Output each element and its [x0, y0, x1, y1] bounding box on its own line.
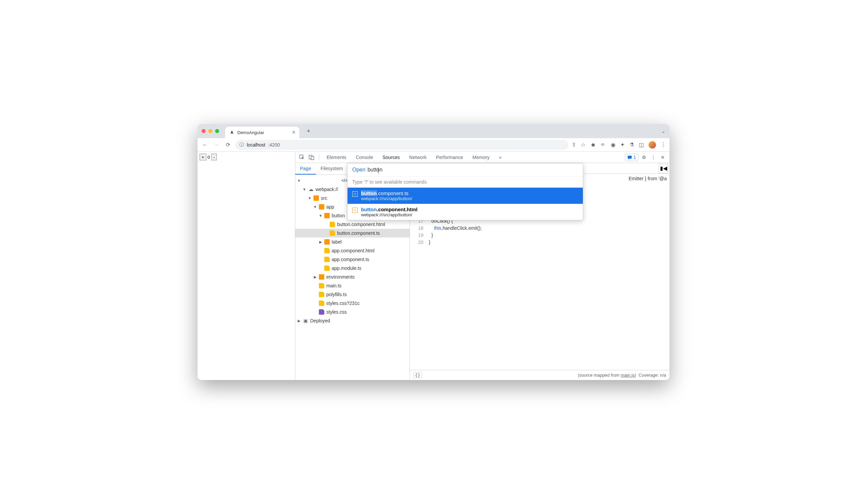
tree-deployed[interactable]: ▶▣Deployed: [295, 316, 409, 325]
minimize-window-icon[interactable]: [208, 129, 212, 133]
inspect-element-icon[interactable]: [298, 153, 306, 161]
rendered-page: + 0 -: [197, 152, 295, 380]
coverage-label: Coverage: n/a: [639, 373, 666, 378]
sidepanel-icon[interactable]: ◫: [639, 142, 644, 148]
decrement-button[interactable]: -: [211, 154, 217, 160]
issues-button[interactable]: 1: [625, 154, 639, 161]
toggle-debugger-icon[interactable]: ▮◀: [659, 164, 668, 173]
settings-icon[interactable]: ⚙: [640, 153, 648, 161]
file-icon: [319, 292, 324, 297]
devtools-menu-icon[interactable]: ⋮: [649, 153, 657, 161]
browser-tab[interactable]: A DemoAngular ×: [225, 127, 299, 138]
device-toolbar-icon[interactable]: [308, 153, 315, 161]
file-result-icon: ⟨⟩: [352, 191, 358, 197]
tree-main-ts[interactable]: main.ts: [295, 281, 409, 290]
open-file-dialog: Open button Type '?' to see available co…: [347, 163, 583, 220]
tree-label-folder[interactable]: ▶label: [295, 238, 409, 246]
tab-title: DemoAngular: [237, 130, 264, 135]
folder-icon: [319, 274, 324, 280]
open-hint: Type '?' to see available commands: [347, 176, 583, 188]
tab-memory[interactable]: Memory: [469, 152, 494, 163]
open-label: Open: [352, 167, 365, 173]
open-results: ⟨⟩ button.component.ts webpack:///src/ap…: [347, 188, 583, 220]
tree-styles[interactable]: styles.css: [295, 308, 409, 316]
file-icon: [330, 222, 335, 227]
pretty-print-icon[interactable]: {}: [413, 372, 422, 378]
url-port: :4200: [268, 142, 280, 147]
extension-icon-2[interactable]: ◉: [611, 142, 616, 148]
text-cursor: [378, 167, 378, 174]
devtools-panel: Elements Console Sources Network Perform…: [295, 152, 670, 380]
folder-icon: [319, 204, 324, 210]
counter-value: 0: [207, 155, 211, 160]
url-bar: ← → ⟳ ⓘ localhost:4200 ⇪ ☆ ☻ ᯣ ◉ ✦ ⚗ ◫ ⋮: [197, 138, 670, 152]
reload-button[interactable]: ⟳: [224, 141, 232, 149]
extension-icon-1[interactable]: ☻: [590, 142, 596, 148]
browser-menu-icon[interactable]: ⋮: [661, 142, 666, 148]
tab-more[interactable]: »: [495, 152, 506, 163]
back-button[interactable]: ←: [201, 141, 209, 149]
labs-icon[interactable]: ⚗: [629, 142, 634, 148]
extensions-icon[interactable]: ✦: [620, 142, 625, 148]
folder-icon: [324, 239, 330, 244]
folder-icon: [313, 195, 319, 201]
tree-polyfills[interactable]: polyfills.ts: [295, 290, 409, 299]
file-result-icon: ⟨⟩: [352, 208, 358, 213]
site-info-icon[interactable]: ⓘ: [239, 142, 244, 148]
new-tab-button[interactable]: +: [304, 126, 313, 136]
tree-app-html[interactable]: app.component.html: [295, 246, 409, 255]
file-icon: [324, 248, 330, 253]
open-result-1[interactable]: ⟨⟩ button.component.html webpack:///src/…: [347, 204, 583, 220]
url-host: localhost: [247, 142, 265, 147]
tab-sources[interactable]: Sources: [378, 152, 404, 163]
folder-icon: [324, 213, 330, 218]
address-input[interactable]: ⓘ localhost:4200: [235, 140, 568, 150]
close-tab-icon[interactable]: ×: [292, 129, 295, 135]
file-icon: [319, 283, 324, 288]
share-icon[interactable]: ⇪: [572, 142, 576, 148]
tree-app-module[interactable]: app.module.ts: [295, 264, 409, 273]
deploy-icon: ▣: [303, 318, 308, 324]
titlebar: A DemoAngular × + ⌄: [197, 124, 670, 138]
tree-environments[interactable]: ▶environments: [295, 273, 409, 281]
devtools-tabs: Elements Console Sources Network Perform…: [295, 152, 670, 163]
bookmark-icon[interactable]: ☆: [581, 142, 586, 148]
browser-window: A DemoAngular × + ⌄ ← → ⟳ ⓘ localhost:42…: [197, 124, 670, 380]
subtab-filesystem[interactable]: Filesystem: [316, 163, 348, 175]
window-controls: [202, 129, 219, 133]
file-icon: [330, 230, 335, 236]
content-area: + 0 - Elements Console Sources Network P…: [197, 152, 670, 380]
increment-button[interactable]: +: [200, 154, 206, 160]
tab-elements[interactable]: Elements: [323, 152, 350, 163]
source-map-link[interactable]: main.js: [621, 373, 635, 378]
toolbar-actions: ⇪ ☆ ☻ ᯣ ◉ ✦ ⚗ ◫ ⋮: [572, 141, 666, 149]
source-map-info: (source mapped from main.js) Coverage: n…: [578, 373, 666, 378]
close-window-icon[interactable]: [202, 129, 206, 133]
cloud-icon: ☁: [308, 187, 313, 192]
tree-button-html[interactable]: button.component.html: [295, 220, 409, 229]
file-icon: [324, 265, 330, 271]
tab-overflow-icon[interactable]: ⌄: [661, 128, 665, 134]
open-result-0[interactable]: ⟨⟩ button.component.ts webpack:///src/ap…: [347, 188, 583, 204]
tab-console[interactable]: Console: [352, 152, 377, 163]
devtools-body: Page Filesystem » ⋮ ▼</>Authored ▼☁webpa…: [295, 163, 670, 380]
file-icon: [319, 300, 324, 306]
open-file-input[interactable]: Open button: [347, 163, 583, 176]
tab-performance[interactable]: Performance: [432, 152, 467, 163]
incognito-icon[interactable]: ᯣ: [601, 142, 606, 148]
editor-footer: {} (source mapped from main.js) Coverage…: [410, 370, 670, 380]
forward-button[interactable]: →: [212, 141, 221, 149]
angular-favicon-icon: A: [229, 130, 235, 135]
close-devtools-icon[interactable]: ✕: [659, 153, 667, 161]
tree-app-ts[interactable]: app.component.ts: [295, 255, 409, 264]
svg-rect-2: [311, 156, 314, 160]
fullscreen-window-icon[interactable]: [215, 129, 219, 133]
file-icon: [319, 309, 324, 315]
subtab-page[interactable]: Page: [295, 163, 316, 175]
tree-button-ts[interactable]: button.component.ts: [295, 229, 409, 238]
file-icon: [324, 257, 330, 262]
tab-network[interactable]: Network: [405, 152, 430, 163]
tree-styles-q[interactable]: styles.css?231c: [295, 299, 409, 308]
issues-count: 1: [633, 155, 636, 160]
profile-avatar[interactable]: [649, 141, 656, 149]
